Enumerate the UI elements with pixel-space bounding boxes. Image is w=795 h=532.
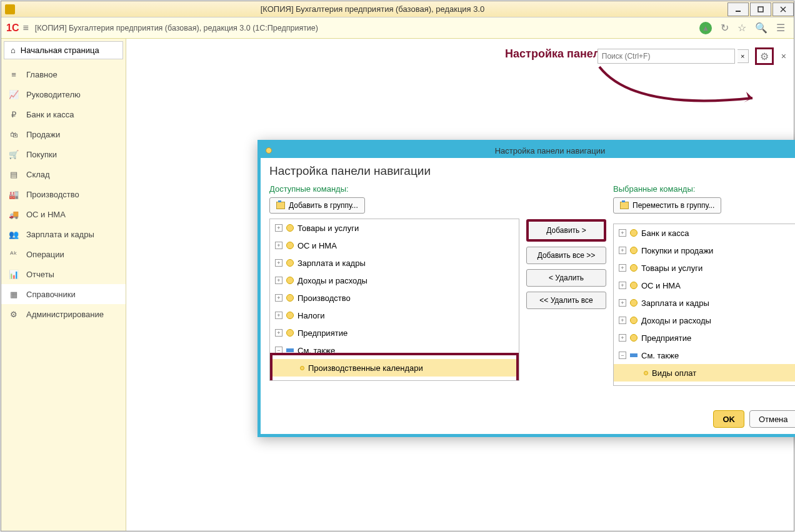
expand-icon[interactable]: + [619,264,626,272]
menu-icon[interactable]: ≡ [22,22,28,34]
available-tree[interactable]: +Товары и услуги+ОС и НМА+Зарплата и кад… [269,219,519,381]
expand-icon[interactable]: + [619,334,626,342]
history-icon[interactable]: ↻ [721,22,729,34]
tree-row[interactable]: Производственные календари [270,359,519,377]
expand-icon[interactable]: + [275,294,282,302]
remove-button[interactable]: < Удалить [526,269,606,287]
sidebar-item[interactable]: ₽Банк и касса [1,104,126,124]
section-icon [286,348,294,352]
sidebar-item[interactable]: 📈Руководителю [1,84,126,104]
tree-row[interactable]: +Товары и услуги [614,259,795,277]
tree-row[interactable]: +Покупки и продажи [614,242,795,259]
tree-row[interactable]: +Банк и касса [614,224,795,242]
os-titlebar: [КОПИЯ] Бухгалтерия предприятия (базовая… [1,1,794,17]
tree-row[interactable]: +Зарплата и кадры [614,294,795,312]
toolbar-icons: ▲ ↻ ☆ 🔍 ☰ [699,22,789,34]
add-to-group-button[interactable]: Добавить в группу... [269,197,365,214]
add-to-group-label: Добавить в группу... [289,201,358,210]
expand-icon[interactable]: + [619,247,626,254]
tree-label: ОС и НМА [641,281,681,290]
app-icon [5,4,15,14]
search-input[interactable] [598,49,735,64]
expand-icon[interactable]: + [275,329,282,337]
tree-row[interactable]: −См. также [270,342,519,359]
expand-icon[interactable]: + [619,299,626,307]
sidebar-label: Производство [26,190,79,199]
expand-icon[interactable]: + [275,224,282,232]
sidebar-icon: ᴬᵏ [9,249,19,259]
ok-button[interactable]: OK [713,410,744,428]
home-tab[interactable]: ⌂ Начальная страница [4,41,123,59]
app-title: [КОПИЯ] Бухгалтерия предприятия (базовая… [35,24,699,32]
os-title: [КОПИЯ] Бухгалтерия предприятия (базовая… [19,4,726,14]
folder-icon [630,282,638,289]
tree-row[interactable]: +Зарплата и кадры [270,254,519,272]
sidebar-item[interactable]: 🛍Продажи [1,124,126,144]
star-icon[interactable]: ☆ [738,22,746,34]
sidebar-item[interactable]: 🛒Покупки [1,144,126,164]
add-all-button[interactable]: Добавить все >> [526,247,606,264]
sidebar-icon: 📈 [9,89,19,99]
expand-icon[interactable]: + [275,259,282,267]
tree-row[interactable]: +Предприятие [270,324,519,342]
sidebar-item[interactable]: ⚙Администрирование [1,304,126,324]
dialog-icon [266,147,272,154]
maximize-button[interactable] [750,2,771,16]
sidebar-item[interactable]: 🏭Производство [1,184,126,204]
sidebar-item[interactable]: ▤Склад [1,164,126,184]
sidebar-item[interactable]: ▦Справочники [1,284,126,304]
add-button[interactable]: Добавить > [526,219,606,242]
folder-icon [286,294,294,302]
tree-row[interactable]: +ОС и НМА [614,277,795,294]
folder-icon [286,312,294,319]
cancel-button[interactable]: Отмена [749,410,795,428]
collapse-icon[interactable]: − [275,347,282,354]
tree-row[interactable]: +ОС и НМА [270,237,519,254]
expand-icon[interactable]: + [619,317,626,324]
tree-row[interactable]: +Товары и услуги [270,219,519,237]
tree-row[interactable]: −См. также [614,347,795,364]
move-to-group-button[interactable]: Переместить в группу... [613,197,721,214]
folder-icon [286,259,294,267]
sidebar-item[interactable]: 👥Зарплата и кадры [1,224,126,244]
selected-tree[interactable]: +Банк и касса+Покупки и продажи+Товары и… [613,224,795,386]
filter-icon[interactable]: ☰ [776,22,785,34]
minimize-button[interactable] [728,2,749,16]
available-label: Доступные команды: [269,184,519,194]
folder-icon [630,229,638,237]
collapse-icon[interactable]: − [619,352,626,359]
tree-row[interactable]: +Доходы и расходы [270,272,519,289]
sidebar-item[interactable]: ᴬᵏОперации [1,244,126,264]
sidebar-icon: 🛒 [9,149,19,159]
sidebar-label: Склад [26,170,50,179]
tree-row[interactable]: +Предприятие [614,329,795,347]
expand-icon[interactable]: + [275,312,282,319]
sidebar-item[interactable]: 📊Отчеты [1,264,126,284]
nav-settings-dialog: Настройка панели навигации — □ ✕ Настрой… [258,140,795,437]
settings-button[interactable]: ⚙ [755,47,774,65]
item-icon [644,371,648,375]
tree-row[interactable]: Виды оплат [614,364,795,382]
remove-all-button[interactable]: << Удалить все [526,292,606,309]
sidebar-label: Банк и касса [26,110,74,119]
close-button[interactable] [772,2,794,16]
sidebar-icon: 🛍 [9,129,19,139]
tree-row[interactable]: +Производство [270,289,519,307]
section-icon [630,353,638,357]
tree-label: См. также [298,346,335,355]
tree-row[interactable]: +Доходы и расходы [614,312,795,329]
expand-icon[interactable]: + [619,282,626,289]
bell-icon[interactable]: ▲ [699,22,712,34]
svg-rect-1 [758,7,763,12]
tree-row[interactable]: +Налоги [270,307,519,324]
search-clear-button[interactable]: × [738,49,749,63]
sidebar-item[interactable]: 🚚ОС и НМА [1,204,126,224]
sidebar-item[interactable]: ≡Главное [1,64,126,84]
tree-label: Предприятие [641,333,691,343]
expand-icon[interactable]: + [275,242,282,249]
search-icon[interactable]: 🔍 [755,22,768,34]
expand-icon[interactable]: + [619,229,626,237]
tree-label: Товары и услуги [298,224,359,233]
expand-icon[interactable]: + [275,277,282,284]
panel-close-button[interactable]: × [781,51,786,61]
